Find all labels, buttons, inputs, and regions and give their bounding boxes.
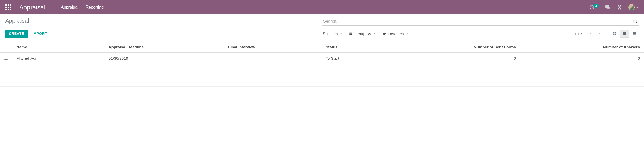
import-button[interactable]: IMPORT: [32, 32, 47, 36]
app-brand: Appraisal: [19, 4, 45, 11]
favorites-label: Favorites: [388, 32, 404, 36]
user-menu[interactable]: ▼: [628, 4, 639, 10]
table-row[interactable]: Mitchell Admin 01/30/2019 To Start 0 0: [0, 53, 644, 64]
activity-badge: 8: [593, 4, 599, 8]
nav-reporting[interactable]: Reporting: [86, 5, 104, 10]
messaging-icon[interactable]: [605, 5, 611, 10]
svg-rect-20: [634, 33, 635, 34]
filters-button[interactable]: Filters ▼: [322, 32, 342, 36]
search-wrap: [322, 17, 639, 26]
tools-icon[interactable]: [617, 5, 622, 10]
col-deadline[interactable]: Appraisal Deadline: [104, 41, 224, 53]
cell-final-interview: [224, 53, 321, 64]
empty-row: [0, 75, 644, 87]
breadcrumb: Appraisal: [5, 17, 322, 26]
svg-rect-7: [615, 32, 616, 33]
svg-point-14: [623, 33, 623, 34]
empty-row: [0, 64, 644, 75]
svg-rect-17: [634, 32, 635, 33]
search-input[interactable]: [322, 17, 639, 26]
select-all-checkbox[interactable]: [4, 45, 8, 48]
chevron-down-icon: ▼: [340, 32, 342, 35]
svg-rect-19: [633, 33, 634, 34]
create-button[interactable]: CREATE: [5, 30, 28, 38]
chevron-down-icon: ▼: [636, 6, 639, 9]
avatar: [628, 4, 635, 10]
search-icon[interactable]: [633, 19, 638, 24]
col-answers[interactable]: Number of Answers: [520, 41, 644, 53]
svg-rect-9: [615, 34, 616, 35]
svg-rect-18: [635, 32, 636, 33]
svg-rect-24: [635, 34, 636, 35]
svg-line-2: [636, 22, 637, 23]
pager: 1-1 / 1: [574, 30, 639, 38]
view-kanban-icon[interactable]: [610, 30, 619, 38]
nav-appraisal[interactable]: Appraisal: [61, 5, 78, 10]
col-final-interview[interactable]: Final Interview: [224, 41, 321, 53]
actions-row: CREATE IMPORT: [5, 30, 322, 38]
cell-status: To Start: [321, 53, 381, 64]
svg-rect-8: [613, 34, 614, 35]
svg-rect-16: [633, 32, 634, 33]
row-checkbox[interactable]: [4, 56, 8, 60]
groupby-label: Group By: [354, 32, 371, 36]
systray: 8 ▼: [589, 4, 639, 10]
svg-point-1: [634, 20, 636, 22]
pager-prev[interactable]: [587, 31, 594, 36]
chevron-down-icon: ▼: [406, 32, 408, 35]
view-controls: Filters ▼ Group By ▼ Favorites ▼ 1-1 / 1: [322, 30, 639, 38]
pager-text: 1-1 / 1: [574, 32, 585, 36]
cell-sent-forms: 0: [382, 53, 520, 64]
svg-point-13: [623, 32, 623, 33]
col-sent-forms[interactable]: Number of Sent Forms: [382, 41, 520, 53]
cell-name: Mitchell Admin: [12, 53, 104, 64]
view-switcher: [610, 30, 639, 38]
groupby-button[interactable]: Group By ▼: [349, 32, 375, 36]
cell-answers: 0: [520, 53, 644, 64]
view-activity-icon[interactable]: [630, 30, 639, 38]
svg-rect-22: [633, 34, 634, 35]
activity-icon[interactable]: 8: [589, 5, 599, 10]
chevron-down-icon: ▼: [373, 32, 376, 35]
table-header-row: Name Appraisal Deadline Final Interview …: [0, 41, 644, 53]
apps-menu-icon[interactable]: [5, 4, 11, 10]
svg-rect-21: [635, 33, 636, 34]
svg-rect-23: [634, 34, 635, 35]
favorites-button[interactable]: Favorites ▼: [382, 32, 408, 36]
col-status[interactable]: Status: [321, 41, 381, 53]
pager-next[interactable]: [596, 31, 603, 36]
view-list-icon[interactable]: [620, 30, 629, 38]
topbar: Appraisal Appraisal Reporting 8 ▼: [0, 0, 644, 14]
cell-deadline: 01/30/2019: [104, 53, 224, 64]
control-panel: Appraisal CREATE IMPORT Filters ▼ Group …: [0, 14, 644, 41]
svg-point-15: [623, 34, 623, 35]
appraisal-table: Name Appraisal Deadline Final Interview …: [0, 41, 644, 87]
svg-rect-6: [613, 32, 614, 33]
col-name[interactable]: Name: [12, 41, 104, 53]
filters-label: Filters: [327, 32, 338, 36]
